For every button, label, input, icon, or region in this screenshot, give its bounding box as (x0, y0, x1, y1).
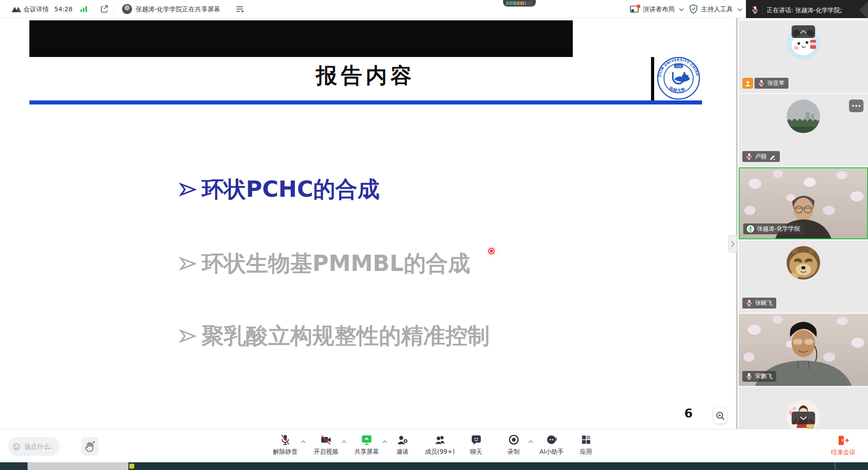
host-tools-label: 主持人工具 (701, 0, 733, 18)
sidebar-divider (736, 18, 737, 429)
video-options-chevron[interactable] (341, 440, 347, 444)
speaker-layout-label: 演讲者布局 (643, 0, 675, 18)
mic-muted-icon (751, 6, 759, 14)
participant-name-label: 卢丽 (742, 151, 780, 162)
participant-tile[interactable]: 张晓飞 (739, 241, 868, 313)
invite-button[interactable]: 邀请 (396, 434, 409, 459)
taskbar-app-icon (129, 464, 134, 469)
chat-message-input[interactable] (24, 442, 55, 451)
chevron-right-icon (731, 241, 735, 247)
speaking-now-text: 正在讲话: 张越涛-化学学院; (767, 0, 842, 20)
mic-muted-icon (758, 80, 764, 87)
doge-avatar (787, 246, 820, 280)
pencil-edit-icon[interactable] (769, 153, 776, 160)
bullet-arrow-icon (179, 180, 197, 199)
start-video-button[interactable]: 开启视频 (314, 434, 338, 459)
record-icon (508, 434, 519, 446)
slide-blue-rule (29, 100, 702, 104)
slide-bullet-1: 环状PCHC的合成 (179, 175, 380, 204)
laser-pointer-dot (489, 249, 494, 253)
mic-muted-icon (746, 153, 752, 160)
share-options-chevron[interactable] (382, 440, 387, 444)
bullet-arrow-icon (179, 254, 197, 274)
slide-bullet-3: 聚乳酸立构规整性的精准控制 (179, 321, 490, 351)
chevron-up-icon (800, 30, 807, 34)
record-options-chevron[interactable] (528, 440, 533, 444)
jilin-university-logo: JILIN UNIVERSITY·CHINA 1946 吉林大学 (656, 56, 701, 100)
apps-button[interactable]: 应用 (580, 434, 592, 459)
chat-message-input-pill[interactable] (8, 437, 60, 456)
decorative-diamond (859, 2, 868, 19)
taskbar-window-segment (28, 462, 128, 470)
share-screen-icon (361, 434, 373, 446)
speakbox-divider (762, 5, 763, 14)
smiley-wink-icon (13, 442, 20, 451)
raise-hand-button[interactable] (81, 437, 99, 456)
sidebar-collapse-handle[interactable] (728, 235, 737, 253)
invite-person-icon (396, 434, 408, 446)
magnifier-plus-icon (715, 411, 725, 421)
mic-options-chevron[interactable] (301, 440, 306, 444)
sharer-avatar (122, 4, 132, 14)
taskbar-segment (0, 462, 28, 470)
logo-year: 1946 (675, 65, 682, 68)
sharing-banner-text: 张越涛-化学学院正在共享屏幕 (136, 0, 220, 18)
end-meeting-button[interactable]: 结束会议 (831, 435, 855, 456)
ai-assistant-button[interactable]: AI小助手 (539, 434, 564, 459)
participant-tile-speaking[interactable]: 张越涛-化学学院 (739, 167, 868, 239)
meeting-app-logo-icon (11, 5, 22, 14)
os-taskbar-strip (0, 462, 868, 470)
apps-grid-icon (580, 434, 592, 446)
chevron-down-icon (800, 416, 807, 420)
topbar-divider (114, 5, 114, 13)
shared-screen-area: 报告内容 JILIN UNIVERSITY·CHINA 1946 吉林大学 (0, 18, 737, 429)
scroll-up-button[interactable] (792, 25, 815, 38)
participant-name-label: 张亚苹 (755, 78, 788, 89)
members-button[interactable]: 成员(99+) (425, 434, 455, 459)
mic-active-icon (747, 225, 754, 233)
chevron-down-icon (737, 8, 742, 11)
raise-hand-icon (85, 441, 95, 452)
mic-muted-icon (279, 434, 291, 446)
mic-muted-icon (746, 299, 752, 307)
participant-tile[interactable]: 卢丽 (739, 94, 868, 166)
members-icon (434, 434, 446, 446)
person-icon (744, 80, 751, 87)
landscape-avatar (787, 100, 820, 133)
participant-name-label: 宋鹏飞 (742, 371, 776, 382)
participant-name-label: 张越涛-化学学院 (743, 223, 804, 234)
audio-level-widget (503, 0, 536, 6)
chat-bubble-icon (470, 434, 482, 446)
camera-muted-icon (320, 434, 332, 446)
share-list-icon[interactable] (236, 5, 245, 13)
stage: 报告内容 JILIN UNIVERSITY·CHINA 1946 吉林大学 (0, 18, 868, 429)
record-button[interactable]: 录制 (508, 434, 520, 459)
slide-title: 报告内容 (29, 62, 702, 90)
control-toolbar: 解除静音 开启视频 共享屏幕 (0, 429, 868, 462)
share-screen-button[interactable]: 共享屏幕 (354, 434, 379, 459)
shield-check-icon (689, 4, 698, 14)
zoom-in-button[interactable] (713, 408, 727, 423)
participant-tile[interactable]: 宋鹏飞 (739, 314, 868, 386)
mic-active-icon (746, 373, 752, 380)
meeting-window: 会议详情 54:28 张越涛-化学学院正在共享屏幕 演讲者布局 (0, 0, 868, 470)
slide-bullet-2: 环状生物基PMMBL的合成 (179, 249, 470, 279)
ai-assistant-icon (546, 434, 557, 446)
meeting-timer: 54:28 (54, 0, 72, 18)
unmute-button[interactable]: 解除静音 (273, 434, 297, 459)
meeting-details-button[interactable]: 会议详情 (24, 0, 49, 18)
scroll-down-button[interactable] (792, 412, 815, 424)
slide-page-number: 6 (677, 406, 700, 420)
top-bar: 会议详情 54:28 张越涛-化学学院正在共享屏幕 演讲者布局 (0, 0, 868, 18)
slide-top-black-bar (29, 20, 573, 57)
taskbar-divider (835, 462, 835, 470)
open-external-icon[interactable] (99, 5, 108, 13)
chat-button[interactable]: 聊天 (470, 434, 482, 459)
layout-icon (630, 5, 641, 14)
participants-sidebar: 张亚苹 (739, 18, 868, 429)
chevron-down-icon (679, 8, 684, 11)
presenter-badge (742, 78, 753, 89)
network-signal-icon (80, 5, 88, 12)
tile-more-button[interactable] (849, 100, 863, 112)
bullet-arrow-icon (179, 326, 197, 346)
